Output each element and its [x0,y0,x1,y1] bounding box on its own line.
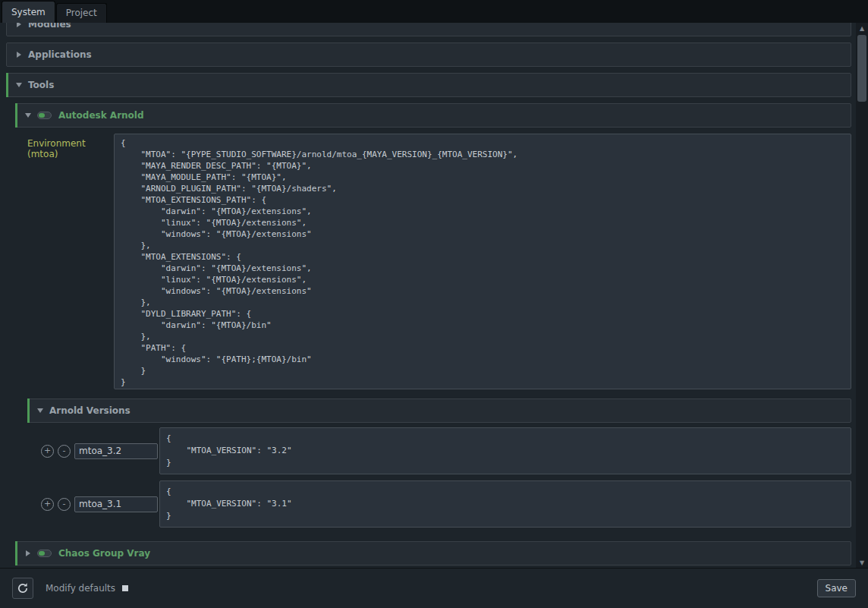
environment-json-editor[interactable]: { "MTOA": "{PYPE_STUDIO_SOFTWARE}/arnold… [114,134,851,389]
refresh-button[interactable] [12,578,33,599]
version-row: + - { "MTOA_VERSION": "3.1" } [27,480,851,528]
section-header-tools[interactable]: Tools [6,73,851,97]
collapse-arrow-icon [37,408,43,413]
environment-row: Environment (mtoa) { "MTOA": "{PYPE_STUD… [27,134,851,389]
scrollbar-down-arrow[interactable]: ▼ [856,557,868,568]
arnold-section-body: Environment (mtoa) { "MTOA": "{PYPE_STUD… [27,134,851,541]
version-controls: + - [27,496,159,512]
enabled-toggle-icon[interactable] [37,112,52,119]
arnold-versions-body: + - { "MTOA_VERSION": "3.2" } + - [27,427,851,528]
section-label-modules: Modules [28,23,71,30]
settings-scroll-area: Modules Applications Tools Autodesk [0,23,856,568]
section-header-arnold-versions[interactable]: Arnold Versions [27,399,851,423]
expand-arrow-icon [17,23,21,27]
override-indicator-bar [15,541,17,565]
settings-window: System Project Modules Applications Tool… [0,0,868,608]
override-indicator-bar [27,399,30,423]
environment-label: Environment (mtoa) [27,134,114,389]
footer-bar: Modify defaults Save [0,568,868,608]
version-row: + - { "MTOA_VERSION": "3.2" } [27,427,851,474]
version-name-input[interactable] [74,443,158,459]
collapse-arrow-icon [25,113,31,118]
tools-section-body: Autodesk Arnold Environment (mtoa) { "MT… [15,103,851,565]
tab-bar: System Project [0,0,868,23]
override-indicator-bar [15,103,17,128]
toggle-knob [39,551,45,556]
tab-system[interactable]: System [2,1,55,23]
version-controls: + - [27,443,159,459]
scrollbar-up-arrow[interactable]: ▲ [856,23,868,33]
spacer [27,534,851,541]
version-name-input[interactable] [74,496,158,512]
vertical-scrollbar[interactable]: ▲ ▼ [856,23,868,568]
modify-defaults-checkbox[interactable] [122,585,128,591]
expand-arrow-icon [26,550,30,556]
remove-version-button[interactable]: - [58,498,71,511]
add-version-button[interactable]: + [41,498,54,511]
section-header-autodesk-arnold[interactable]: Autodesk Arnold [15,103,851,128]
section-label-arnold-versions: Arnold Versions [49,405,131,416]
toggle-knob [39,113,45,118]
remove-version-button[interactable]: - [58,445,71,458]
section-label-applications: Applications [28,49,92,60]
section-label-autodesk-arnold: Autodesk Arnold [58,110,144,121]
section-header-applications[interactable]: Applications [6,43,851,67]
section-header-chaos-group-vray[interactable]: Chaos Group Vray [15,541,851,565]
add-version-button[interactable]: + [41,445,54,458]
section-label-chaos-group-vray: Chaos Group Vray [58,548,150,559]
collapse-arrow-icon [16,83,22,87]
override-indicator-bar [6,73,8,97]
tab-project[interactable]: Project [56,3,107,23]
scrollbar-thumb[interactable] [857,35,866,102]
enabled-toggle-icon[interactable] [37,550,52,557]
section-header-modules[interactable]: Modules [6,23,851,36]
save-button[interactable]: Save [817,579,856,597]
section-label-tools: Tools [28,80,54,90]
version-json-editor[interactable]: { "MTOA_VERSION": "3.1" } [159,480,851,528]
expand-arrow-icon [17,52,21,58]
settings-main: Modules Applications Tools Autodesk [0,23,868,568]
version-json-editor[interactable]: { "MTOA_VERSION": "3.2" } [159,427,851,474]
modify-defaults-label: Modify defaults [46,583,115,594]
refresh-icon [17,582,29,594]
